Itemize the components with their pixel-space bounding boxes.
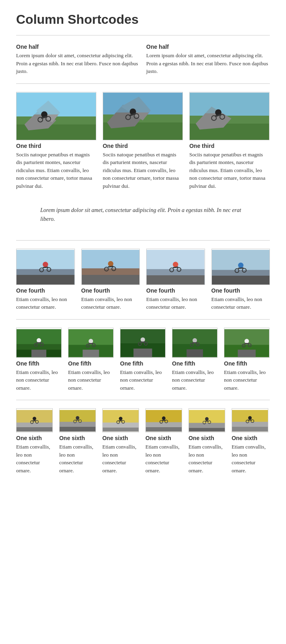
fourth-label-4: One fourth (211, 287, 270, 294)
col-sixth-4: One sixth Etiam convallis, leo non conse… (145, 408, 182, 474)
svg-point-96 (33, 417, 36, 420)
sixth-columns-row: One sixth Etiam convallis, leo non conse… (16, 408, 270, 474)
sixth-label-1: One sixth (16, 435, 53, 441)
fourth-text-3: Etiam convallis, leo non consectetur orn… (146, 295, 205, 311)
col-sixth-5: One sixth Etiam convallis, leo non conse… (189, 408, 225, 474)
sixth-text-2: Etiam convallis, leo non consectetur orn… (59, 443, 96, 474)
sixth-img-6 (232, 408, 268, 432)
blockquote-area: Lorem ipsum dolor sit amet, consectetur … (16, 198, 270, 232)
fifth-text-1: Etiam convallis, leo non consectetur orn… (16, 368, 62, 392)
divider-sixth (16, 400, 270, 400)
half-text-2: Lorem ipsum dolor sit amet, consectetur … (146, 52, 270, 75)
half-columns-row: One half Lorem ipsum dolor sit amet, con… (16, 44, 270, 75)
fifth-label-5: One fifth (224, 360, 269, 367)
svg-point-82 (193, 338, 197, 343)
fourth-img-4 (211, 249, 270, 285)
third-label-3: One third (189, 143, 269, 149)
svg-point-61 (37, 338, 41, 343)
svg-point-53 (238, 262, 243, 268)
svg-rect-90 (245, 343, 249, 344)
fifth-columns-row: One fifth Etiam convallis, leo non conse… (16, 328, 270, 392)
fifth-label-2: One fifth (68, 360, 114, 367)
sixth-label-2: One sixth (59, 435, 96, 441)
sixth-img-5 (189, 408, 225, 432)
col-fifth-2: One fifth Etiam convallis, leo non conse… (68, 328, 114, 392)
col-half-1: One half Lorem ipsum dolor sit amet, con… (16, 44, 140, 75)
sixth-label-4: One sixth (145, 435, 182, 441)
divider-fourth (16, 240, 270, 241)
sixth-text-1: Etiam convallis, leo non consectetur orn… (16, 443, 53, 474)
col-fifth-1: One fifth Etiam convallis, leo non conse… (16, 328, 62, 392)
divider-fifth (16, 319, 270, 320)
svg-rect-81 (187, 349, 203, 357)
fifth-label-1: One fifth (16, 360, 62, 367)
svg-point-110 (119, 417, 122, 420)
svg-rect-52 (212, 276, 270, 285)
svg-rect-24 (190, 92, 269, 113)
third-label-1: One third (16, 143, 96, 149)
fifth-text-5: Etiam convallis, leo non consectetur orn… (224, 368, 269, 392)
svg-rect-67 (83, 349, 99, 357)
fifth-label-3: One fifth (120, 360, 166, 367)
svg-point-117 (162, 417, 166, 420)
half-text-1: Lorem ipsum dolor sit amet, consectetur … (16, 52, 140, 75)
svg-rect-76 (141, 341, 145, 343)
col-third-1: One third Sociis natoque penatibus et ma… (16, 92, 96, 190)
col-fifth-4: One fifth Etiam convallis, leo non conse… (172, 328, 218, 392)
svg-point-68 (89, 339, 93, 343)
third-text-2: Sociis natoque penatibus et magnis dis p… (103, 151, 183, 190)
col-sixth-3: One sixth Etiam convallis, leo non conse… (102, 408, 139, 474)
col-sixth-1: One sixth Etiam convallis, leo non conse… (16, 408, 53, 474)
sixth-img-1 (16, 408, 53, 432)
sixth-label-5: One sixth (189, 435, 225, 441)
svg-rect-74 (133, 349, 152, 357)
col-fourth-3: One fourth Etiam convallis, leo non cons… (146, 249, 205, 311)
svg-point-89 (245, 339, 249, 343)
col-fourth-2: One fourth Etiam convallis, leo non cons… (81, 249, 140, 311)
fifth-img-4 (172, 328, 218, 358)
svg-rect-123 (189, 428, 225, 432)
third-img-2 (103, 92, 183, 140)
fifth-img-3 (120, 328, 166, 358)
sixth-text-6: Etiam convallis, leo non consectetur orn… (232, 443, 268, 474)
svg-rect-88 (238, 349, 255, 357)
sixth-text-5: Etiam convallis, leo non consectetur orn… (189, 443, 225, 474)
svg-rect-15 (103, 92, 182, 112)
fourth-text-2: Etiam convallis, leo non consectetur orn… (81, 295, 140, 311)
fifth-img-1 (16, 328, 62, 358)
third-img-3 (189, 92, 269, 140)
sixth-img-3 (102, 408, 139, 432)
fourth-img-3 (146, 249, 205, 285)
svg-rect-69 (89, 343, 93, 344)
col-sixth-2: One sixth Etiam convallis, leo non conse… (59, 408, 96, 474)
svg-point-131 (248, 416, 252, 420)
svg-rect-38 (82, 275, 140, 285)
sixth-label-3: One sixth (102, 435, 139, 441)
svg-point-103 (76, 416, 79, 420)
divider-top (16, 35, 270, 35)
half-label-2: One half (146, 44, 270, 50)
svg-rect-109 (103, 428, 139, 432)
half-label-1: One half (16, 44, 140, 50)
fourth-label-3: One fourth (146, 287, 205, 294)
fourth-text-4: Etiam convallis, leo non consectetur orn… (211, 295, 270, 311)
divider-third (16, 83, 270, 84)
third-text-3: Sociis natoque penatibus et magnis dis p… (189, 151, 269, 190)
col-fourth-4: One fourth Etiam convallis, leo non cons… (211, 249, 270, 311)
third-columns-row: One third Sociis natoque penatibus et ma… (16, 92, 270, 190)
svg-rect-5 (17, 92, 96, 114)
svg-rect-45 (147, 275, 205, 285)
svg-rect-130 (232, 427, 268, 432)
svg-rect-31 (17, 275, 75, 285)
svg-point-75 (141, 337, 145, 342)
fourth-columns-row: One fourth Etiam convallis, leo non cons… (16, 249, 270, 311)
fourth-img-2 (81, 249, 140, 285)
fifth-text-3: Etiam convallis, leo non consectetur orn… (120, 368, 166, 392)
fourth-label-2: One fourth (81, 287, 140, 294)
svg-point-39 (108, 261, 113, 266)
fifth-img-2 (68, 328, 114, 358)
page-title: Column Shortcodes (16, 12, 270, 27)
fifth-img-5 (224, 328, 269, 358)
svg-point-32 (43, 262, 48, 267)
col-half-2: One half Lorem ipsum dolor sit amet, con… (146, 44, 270, 75)
